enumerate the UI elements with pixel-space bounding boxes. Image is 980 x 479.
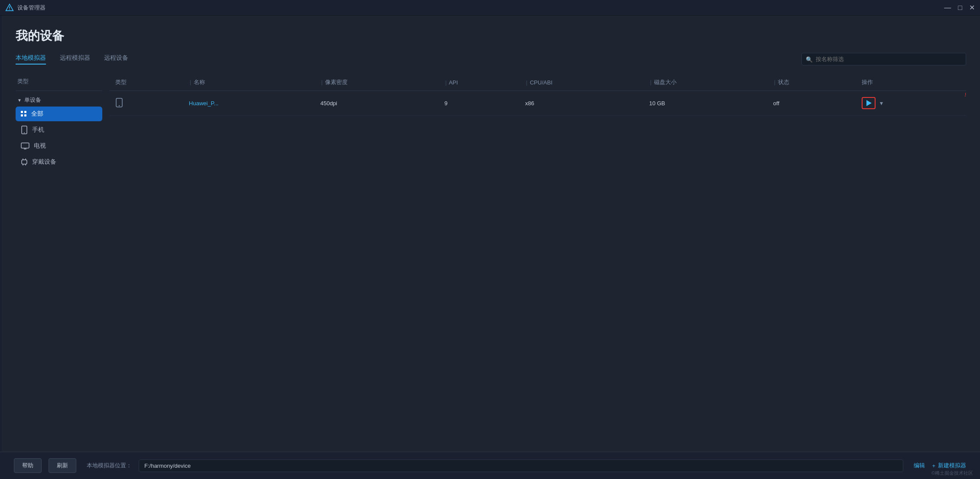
cell-disk: 10 GB — [643, 91, 767, 116]
col-density: | 像素密度 — [314, 74, 438, 91]
dots-icon — [21, 111, 27, 117]
watch-icon — [21, 158, 28, 166]
new-simulator-button[interactable]: + 新建模拟器 — [932, 462, 966, 469]
phone-icon — [21, 126, 28, 134]
svg-point-13 — [119, 105, 120, 106]
start-emulator-button[interactable] — [862, 97, 876, 109]
tabs-row: 本地模拟器 远程模拟器 远程设备 🔍 — [16, 53, 966, 65]
title-bar: 设备管理器 — □ ✕ — [0, 0, 980, 16]
cell-type — [109, 91, 183, 116]
help-button[interactable]: 帮助 — [14, 458, 42, 473]
cell-name: Huawei_P... — [183, 91, 314, 116]
sidebar-item-label-wearable: 穿戴设备 — [32, 158, 56, 166]
content-area: 我的设备 本地模拟器 远程模拟器 远程设备 🔍 类型 ▼ 单设备 — [2, 16, 980, 452]
col-action: 操作 — [856, 74, 966, 91]
sidebar-group-label: ▼ 单设备 — [16, 96, 102, 104]
svg-point-4 — [24, 133, 25, 133]
edit-link[interactable]: 编辑 — [914, 462, 925, 469]
tv-icon — [21, 142, 29, 149]
cell-action: ▾ 点击此处打开模拟器 — [856, 91, 966, 116]
device-name-link[interactable]: Huawei_P... — [189, 100, 218, 107]
sidebar-item-label-tv: 电视 — [34, 142, 46, 150]
cell-cpu: x86 — [519, 91, 643, 116]
col-disk: | 磁盘大小 — [643, 74, 767, 91]
phone-row-icon — [115, 98, 123, 107]
app-title: 设备管理器 — [17, 4, 944, 12]
tab-local-simulator[interactable]: 本地模拟器 — [16, 54, 46, 65]
new-simulator-label: 新建模拟器 — [938, 462, 966, 469]
sidebar-divider — [16, 91, 102, 91]
action-cell: ▾ 点击此处打开模拟器 — [862, 97, 960, 109]
table-row: Huawei_P... 450dpi 9 x86 10 GB off — [109, 91, 966, 116]
annotation-text: 点击此处打开模拟器 — [964, 90, 966, 98]
search-wrap: 🔍 — [801, 53, 966, 65]
minimize-button[interactable]: — — [944, 4, 951, 11]
refresh-button[interactable]: 刷新 — [49, 458, 76, 473]
location-label: 本地模拟器位置： — [87, 462, 132, 469]
sidebar-item-all[interactable]: 全部 — [16, 107, 102, 121]
col-type: 类型 — [109, 74, 183, 91]
col-cpu: | CPU/ABI — [519, 74, 643, 91]
device-table: 类型 | 名称 | 像素密度 | — [109, 74, 966, 116]
copyright-text: ©稀土掘金技术社区 — [931, 470, 973, 476]
search-icon: 🔍 — [806, 56, 813, 62]
svg-rect-7 — [22, 160, 27, 164]
col-api: | API — [438, 74, 519, 91]
app-logo — [5, 3, 14, 12]
sidebar-item-label-phone: 手机 — [32, 126, 44, 134]
svg-rect-5 — [21, 143, 29, 148]
table-header-row: 类型 | 名称 | 像素密度 | — [109, 74, 966, 91]
path-input[interactable] — [139, 460, 903, 472]
sidebar: 类型 ▼ 单设备 全部 — [16, 74, 102, 452]
col-name: | 名称 — [183, 74, 314, 91]
sidebar-item-phone[interactable]: 手机 — [16, 122, 102, 138]
sidebar-item-label-all: 全部 — [31, 110, 43, 118]
tab-remote-device[interactable]: 远程设备 — [104, 54, 128, 65]
cell-api: 9 — [438, 91, 519, 116]
window-controls: — □ ✕ — [944, 4, 975, 11]
cell-density: 450dpi — [314, 91, 438, 116]
plus-icon: + — [932, 463, 935, 469]
page-title: 我的设备 — [16, 28, 966, 44]
tab-remote-simulator[interactable]: 远程模拟器 — [60, 54, 90, 65]
sidebar-item-tv[interactable]: 电视 — [16, 139, 102, 153]
sidebar-item-wearable[interactable]: 穿戴设备 — [16, 154, 102, 170]
cell-status: off — [767, 91, 856, 116]
maximize-button[interactable]: □ — [958, 4, 962, 11]
svg-point-2 — [9, 9, 10, 10]
action-dropdown-button[interactable]: ▾ — [878, 99, 885, 107]
close-button[interactable]: ✕ — [969, 4, 975, 11]
bottom-bar: 帮助 刷新 本地模拟器位置： 编辑 + 新建模拟器 — [0, 452, 980, 479]
chevron-down-icon: ▼ — [17, 98, 22, 103]
status-value: off — [773, 100, 779, 107]
main-layout: 我的设备 本地模拟器 远程模拟器 远程设备 🔍 类型 ▼ 单设备 — [0, 16, 980, 452]
sidebar-type-label: 类型 — [16, 78, 102, 85]
body-split: 类型 ▼ 单设备 全部 — [16, 74, 966, 452]
col-status: | 状态 — [767, 74, 856, 91]
sidebar-group-text: 单设备 — [24, 96, 41, 104]
search-input[interactable] — [801, 53, 966, 65]
device-table-area: 类型 | 名称 | 像素密度 | — [102, 74, 966, 452]
